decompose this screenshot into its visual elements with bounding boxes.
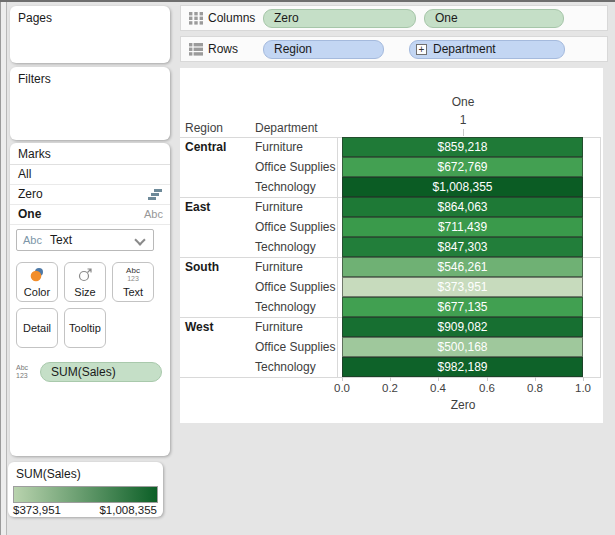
sales-value: $1,008,355: [432, 180, 492, 194]
sales-bar[interactable]: $847,303: [342, 237, 583, 257]
rows-shelf-label: Rows: [208, 42, 238, 56]
sales-value: $500,168: [437, 340, 487, 354]
columns-shelf[interactable]: Columns Zero One: [180, 5, 608, 31]
sales-value: $909,082: [437, 320, 487, 334]
table-row: Office Supplies $672,769: [180, 157, 601, 177]
tooltip-button[interactable]: Tooltip: [64, 308, 106, 348]
marks-layer-one-label: One: [18, 207, 41, 221]
table-row: Office Supplies $373,951: [180, 277, 601, 297]
detail-button-label: Detail: [23, 322, 51, 334]
color-legend[interactable]: SUM(Sales) $373,951 $1,008,355: [8, 462, 163, 517]
department-label: Furniture: [255, 197, 303, 217]
expand-icon[interactable]: [416, 44, 427, 55]
region-label: South: [185, 257, 219, 277]
marks-layer-all[interactable]: All: [10, 165, 170, 185]
legend-max-value: $1,008,355: [99, 504, 157, 516]
abc-123-icon: Abc 123: [16, 364, 28, 380]
axis-tick-label: 0.4: [430, 382, 446, 394]
column-header-tick: [463, 129, 464, 136]
sales-bar[interactable]: $500,168: [342, 337, 583, 357]
detail-button[interactable]: Detail: [16, 308, 58, 348]
sales-bar[interactable]: $864,063: [342, 197, 583, 217]
region-column-header: Region: [185, 121, 223, 135]
region-label: Central: [185, 137, 226, 157]
marks-layer-zero[interactable]: Zero: [10, 185, 170, 205]
tooltip-button-label: Tooltip: [69, 322, 101, 334]
size-button[interactable]: Size: [64, 262, 106, 302]
chart-area: One 1 Region Department Central Furnitur…: [180, 68, 603, 423]
department-label: Technology: [255, 177, 316, 197]
column-field-header: One: [413, 95, 513, 109]
pill-region[interactable]: Region: [263, 40, 384, 59]
sales-bar[interactable]: $546,261: [342, 257, 583, 277]
sales-value: $859,218: [437, 140, 487, 154]
marks-title: Marks: [10, 143, 170, 165]
region-label: East: [185, 197, 210, 217]
table-row: Technology $847,303: [180, 237, 601, 257]
filters-shelf[interactable]: Filters: [10, 67, 170, 140]
sales-bar[interactable]: $859,218: [342, 137, 583, 157]
column-value-header: 1: [413, 113, 513, 127]
department-label: Technology: [255, 237, 316, 257]
pages-shelf[interactable]: Pages: [10, 6, 170, 63]
department-label: Furniture: [255, 317, 303, 337]
department-label: Office Supplies: [255, 217, 336, 237]
department-label: Office Supplies: [255, 277, 336, 297]
size-icon: [65, 266, 105, 283]
sales-bar[interactable]: $909,082: [342, 317, 583, 337]
region-label: West: [185, 317, 213, 337]
department-label: Office Supplies: [255, 337, 336, 357]
x-axis[interactable]: 0.0 0.2 0.4 0.6 0.8 1.0: [180, 377, 601, 399]
size-button-label: Size: [65, 286, 105, 298]
sales-value: $373,951: [437, 280, 487, 294]
table-row: West Furniture $909,082: [180, 317, 601, 337]
sales-bar[interactable]: $1,008,355: [342, 177, 583, 197]
columns-icon: [189, 12, 203, 28]
department-label: Furniture: [255, 137, 303, 157]
color-button-label: Color: [17, 286, 57, 298]
marks-layer-zero-label: Zero: [18, 187, 43, 201]
sales-bar[interactable]: $711,439: [342, 217, 583, 237]
axis-tick-label: 0.2: [382, 382, 398, 394]
axis-tick-label: 0.6: [479, 382, 495, 394]
marks-layer-one[interactable]: One Abc: [10, 205, 170, 225]
x-axis-title: Zero: [413, 398, 513, 412]
sales-bar[interactable]: $672,769: [342, 157, 583, 177]
window-top-edge: [0, 0, 615, 2]
rows-shelf[interactable]: Rows Region Department: [180, 36, 608, 62]
legend-min-value: $373,951: [13, 504, 61, 516]
text-mark-icon: Abc: [144, 205, 163, 224]
pill-zero[interactable]: Zero: [263, 9, 416, 28]
text-button-label: Text: [113, 286, 153, 298]
sales-bar[interactable]: $677,135: [342, 297, 583, 317]
table-row: East Furniture $864,063: [180, 197, 601, 217]
marks-field-row: Abc 123 SUM(Sales): [16, 362, 166, 382]
sales-value: $864,063: [437, 200, 487, 214]
department-label: Technology: [255, 357, 316, 377]
columns-shelf-label: Columns: [208, 11, 255, 25]
marks-card: Marks All Zero One Abc Abc Text Color: [10, 143, 170, 456]
pill-one[interactable]: One: [424, 9, 564, 28]
marks-layer-all-label: All: [18, 167, 31, 181]
pill-department[interactable]: Department: [409, 40, 565, 59]
abc-icon: Abc: [23, 234, 42, 246]
text-button[interactable]: Abc 123 Text: [112, 262, 154, 302]
table-row: Technology $982,189: [180, 357, 601, 377]
color-button[interactable]: Color: [16, 262, 58, 302]
sales-bar[interactable]: $373,951: [342, 277, 583, 297]
table-row: Office Supplies $711,439: [180, 217, 601, 237]
sum-sales-pill[interactable]: SUM(Sales): [40, 362, 162, 382]
sales-value: $672,769: [437, 160, 487, 174]
sales-bar[interactable]: $982,189: [342, 357, 583, 377]
sales-value: $546,261: [437, 260, 487, 274]
chevron-down-icon: [134, 234, 145, 245]
pill-department-label: Department: [433, 41, 496, 58]
sales-value: $711,439: [438, 220, 487, 234]
color-icon: [17, 266, 57, 283]
sales-value: $982,189: [437, 360, 487, 374]
axis-tick-label: 1.0: [575, 382, 591, 394]
left-pane-splitter: [0, 2, 7, 535]
department-label: Office Supplies: [255, 157, 336, 177]
table-row: Central Furniture $859,218: [180, 137, 601, 157]
mark-type-dropdown[interactable]: Abc Text: [16, 229, 154, 251]
